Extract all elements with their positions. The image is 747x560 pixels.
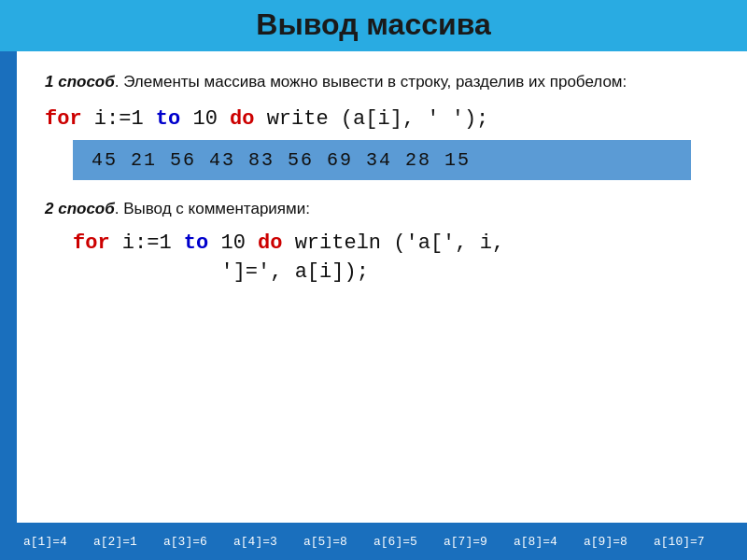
code-line-1: for i:=1 to 10 do write (a[i], ' '); xyxy=(45,107,719,131)
bottom-item: a[3]=6 xyxy=(163,535,233,549)
code-line-2b: ']=', a[i]); xyxy=(73,259,719,287)
keyword-for-1: for xyxy=(45,107,82,131)
section-2: 2 способ. Вывод с комментариями: for i:=… xyxy=(45,197,719,287)
main-content: 1 способ. Элементы массива можно вывести… xyxy=(17,51,747,523)
bottom-item: a[7]=9 xyxy=(444,535,514,549)
section2-body: . Вывод с комментариями: xyxy=(115,200,310,217)
bottom-item: a[10]=7 xyxy=(654,535,724,549)
bottom-bar: a[1]=4a[2]=1a[3]=6a[4]=3a[5]=8a[6]=5a[7]… xyxy=(0,523,747,560)
bottom-item: a[2]=1 xyxy=(93,535,163,549)
section1-body: . Элементы массива можно вывести в строк… xyxy=(115,73,627,91)
section2-text: 2 способ. Вывод с комментариями: xyxy=(45,197,719,221)
section1-text: 1 способ. Элементы массива можно вывести… xyxy=(45,70,719,94)
keyword-to-1: to xyxy=(156,107,180,131)
keyword-do-1: do xyxy=(230,107,254,131)
bottom-item: a[4]=3 xyxy=(233,535,303,549)
bottom-item: a[9]=8 xyxy=(584,535,654,549)
keyword-to-2: to xyxy=(184,231,208,255)
keyword-for-2: for xyxy=(73,231,110,255)
code-part-1: i:=1 xyxy=(82,107,156,131)
left-accent-bar xyxy=(0,0,17,560)
bottom-item: a[8]=4 xyxy=(514,535,584,549)
code-line-2a: for i:=1 to 10 do writeln ('a[', i, xyxy=(73,230,719,259)
code-block-2: for i:=1 to 10 do writeln ('a[', i, ']='… xyxy=(73,230,719,287)
page-title: Вывод массива xyxy=(0,7,747,42)
array-values-row: a[1]=4a[2]=1a[3]=6a[4]=3a[5]=8a[6]=5a[7]… xyxy=(23,535,724,549)
section-1: 1 способ. Элементы массива можно вывести… xyxy=(45,70,719,180)
array-display-1: 45 21 56 43 83 56 69 34 28 15 xyxy=(73,140,691,180)
code-part-2: 10 xyxy=(180,107,230,131)
code2-part-3: writeln ('a[', i, xyxy=(282,231,504,255)
code2-part-2: 10 xyxy=(208,231,258,255)
top-bar: Вывод массива xyxy=(0,0,747,51)
bottom-item: a[5]=8 xyxy=(303,535,374,549)
keyword-do-2: do xyxy=(258,231,282,255)
section2-label: 2 способ xyxy=(45,200,115,217)
bottom-item: a[1]=4 xyxy=(23,535,93,549)
code-part-3: write (a[i], ' '); xyxy=(254,107,488,131)
code2-part-1: i:=1 xyxy=(110,231,184,255)
bottom-item: a[6]=5 xyxy=(374,535,444,549)
section1-label: 1 способ xyxy=(45,73,115,91)
code2-part-4: ']=', a[i]); xyxy=(73,260,369,284)
